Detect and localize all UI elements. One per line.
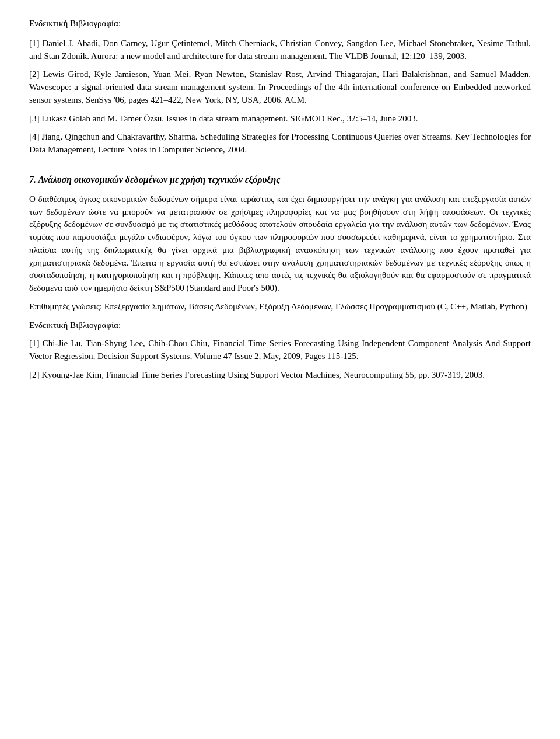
ref1-text: [1] Daniel J. Abadi, Don Carney, Ugur Çe… [29,39,531,61]
ref3-text: [3] Lukasz Golab and M. Tamer Özsu. Issu… [29,114,418,123]
reference-b1: [1] Chi-Jie Lu, Tian-Shyug Lee, Chih-Cho… [29,337,531,363]
reference-4: [4] Jiang, Qingchun and Chakravarthy, Sh… [29,131,531,156]
preferred-knowledge: Επιθυμητές γνώσεις: Επεξεργασία Σημάτων,… [29,301,531,313]
ref-b2-text: [2] Kyoung-Jae Kim, Financial Time Serie… [29,370,485,379]
reference-2: [2] Lewis Girod, Kyle Jamieson, Yuan Mei… [29,68,531,106]
section7-title: 7. Ανάλυση οικονομικών δεδομένων με χρήσ… [29,173,531,186]
ref-b1-text: [1] Chi-Jie Lu, Tian-Shyug Lee, Chih-Cho… [29,339,531,361]
reference-1: [1] Daniel J. Abadi, Don Carney, Ugur Çe… [29,37,531,63]
section7-paragraph1: Ο διαθέσιμος όγκος οικονομικών δεδομένων… [29,193,531,295]
bibliography-header-bottom: Ενδεικτική Βιβλιογραφία: [29,319,531,332]
ref4-text: [4] Jiang, Qingchun and Chakravarthy, Sh… [29,132,531,154]
page: Ενδεικτική Βιβλιογραφία: [1] Daniel J. A… [0,0,560,739]
bibliography-header-top: Ενδεικτική Βιβλιογραφία: [29,18,531,30]
reference-b2: [2] Kyoung-Jae Kim, Financial Time Serie… [29,369,531,382]
ref2-text: [2] Lewis Girod, Kyle Jamieson, Yuan Mei… [29,69,531,104]
reference-3: [3] Lukasz Golab and M. Tamer Özsu. Issu… [29,113,531,126]
